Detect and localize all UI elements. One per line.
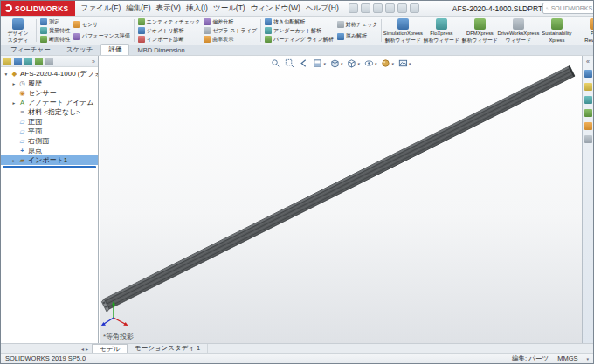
- print-icon[interactable]: [385, 3, 395, 13]
- custom-properties-icon[interactable]: [584, 135, 592, 143]
- previous-view-button[interactable]: [299, 58, 308, 68]
- ribbon-button-parting-line-analysis[interactable]: パーティング ライン解析: [263, 35, 335, 44]
- dropdown-icon[interactable]: ▾: [357, 61, 360, 66]
- feature-manager-icon[interactable]: [3, 58, 11, 65]
- ribbon-button-driveworksxpress[interactable]: DriveWorksXpress ウィザード: [499, 17, 537, 44]
- rollback-bar[interactable]: [3, 166, 96, 168]
- menu-window[interactable]: ウィンドウ(W): [248, 2, 303, 16]
- ribbon-button-simulationxpress[interactable]: SimulationXpress 解析ウィザード: [383, 17, 422, 44]
- ribbon-button-symmetry-check[interactable]: 対称チェック: [335, 20, 380, 29]
- model-aluminum-extrusion[interactable]: [100, 56, 582, 343]
- open-document-icon[interactable]: [361, 3, 370, 13]
- tree-expand-icon[interactable]: ▸: [11, 158, 17, 163]
- display-manager-icon[interactable]: [45, 58, 53, 65]
- ribbon-button-part-reviewer[interactable]: Part Reviewer: [576, 17, 593, 44]
- dfmxpress-icon: [474, 18, 486, 30]
- button-label: ゼブラ ストライプ: [212, 27, 257, 35]
- help-search-input[interactable]: SOLIDWORKS ヘルプ検索 ▾: [542, 3, 594, 14]
- dimxpert-manager-icon[interactable]: [35, 58, 43, 65]
- tree-collapse-icon[interactable]: ▾: [3, 72, 9, 77]
- apply-scene-button[interactable]: ▾: [398, 58, 411, 68]
- ribbon-button-performance-evaluation[interactable]: パフォーマンス評価: [72, 32, 132, 41]
- ribbon-button-thickness-analysis[interactable]: 厚み解析: [335, 32, 380, 41]
- tab-scroll-right-icon[interactable]: ▸: [86, 346, 88, 352]
- tab-model[interactable]: モデル: [92, 344, 128, 353]
- menu-help[interactable]: ヘルプ(H): [303, 2, 342, 16]
- ribbon-button-zebra-stripes[interactable]: ゼブラ ストライプ: [202, 26, 259, 35]
- zoom-fit-button[interactable]: [271, 58, 280, 68]
- ribbon-button-design-study[interactable]: デザイン スタディ: [2, 17, 34, 44]
- ribbon-button-import-diagnostics[interactable]: インポート診断: [136, 35, 202, 44]
- ribbon-button-undercut-analysis[interactable]: アンダーカット解析: [263, 26, 335, 35]
- menu-file[interactable]: ファイル(F): [79, 2, 124, 16]
- tree-item-sensors[interactable]: ◉ センサー: [1, 88, 98, 98]
- dropdown-icon[interactable]: ▾: [409, 61, 411, 66]
- ribbon-button-sensor[interactable]: センサー: [72, 20, 132, 29]
- ribbon-button-deviation-analysis[interactable]: 偏差分析: [202, 17, 259, 26]
- tab-features[interactable]: フィーチャー: [3, 44, 59, 55]
- view-palette-icon[interactable]: [584, 109, 592, 117]
- tree-item-annotations[interactable]: ▸ A アノテート アイテム: [1, 98, 98, 107]
- ribbon-button-mass-properties[interactable]: 質量特性: [38, 26, 72, 35]
- dropdown-icon[interactable]: ▾: [340, 61, 342, 66]
- panel-overflow-icon[interactable]: »: [92, 58, 95, 65]
- graphics-area[interactable]: ▾ ▾ ▾ ▾ ▾ ▾ *等角投影: [100, 56, 582, 343]
- tree-item-history[interactable]: ▸ ◷ 履歴: [1, 79, 98, 88]
- menu-view[interactable]: 表示(V): [154, 2, 183, 16]
- file-explorer-icon[interactable]: [584, 96, 592, 104]
- save-icon[interactable]: [373, 3, 383, 13]
- ribbon-button-floxpress[interactable]: FloXpress 解析ウィザード: [422, 17, 460, 44]
- design-library-icon[interactable]: [584, 83, 592, 91]
- front-plane-icon: ▱: [18, 119, 26, 126]
- menu-insert[interactable]: 挿入(I): [183, 2, 211, 16]
- tab-mbd-dimension[interactable]: MBD Dimension: [129, 45, 192, 55]
- tree-item-top-plane[interactable]: ▱ 平面: [1, 127, 98, 136]
- tree-item-label: 材料 <指定なし>: [28, 107, 80, 117]
- ribbon-button-geometry-analysis[interactable]: ジオメトリ解析: [136, 26, 202, 35]
- tab-sketch[interactable]: スケッチ: [59, 44, 101, 55]
- new-document-icon[interactable]: [349, 3, 358, 13]
- ribbon-button-draft-analysis[interactable]: 抜き勾配解析: [263, 17, 335, 26]
- display-style-button[interactable]: ▾: [347, 58, 360, 68]
- tree-item-right-plane[interactable]: ▱ 右側面: [1, 136, 98, 146]
- appearances-scenes-icon[interactable]: [584, 122, 592, 130]
- button-label: スタディ: [8, 38, 29, 44]
- feature-tree-root[interactable]: ▾ ◆ AFS-2020-4-1000 (デフォルト<<デフォルト>_表示状態 …: [1, 69, 98, 79]
- edit-appearance-button[interactable]: ▾: [381, 58, 394, 68]
- dropdown-icon[interactable]: ▾: [391, 61, 394, 66]
- tree-item-origin[interactable]: + 原点: [1, 146, 98, 155]
- status-units[interactable]: MMGS: [557, 354, 577, 362]
- hide-show-items-button[interactable]: ▾: [364, 58, 377, 68]
- task-pane-collapse-icon[interactable]: «: [586, 58, 590, 65]
- dropdown-icon[interactable]: ▾: [323, 61, 326, 66]
- configuration-manager-icon[interactable]: [24, 58, 32, 65]
- tree-expand-icon[interactable]: ▸: [11, 100, 17, 106]
- ribbon-button-curvature[interactable]: 曲率表示: [202, 35, 259, 44]
- tree-item-label: 原点: [28, 146, 42, 155]
- tree-item-material[interactable]: ≡ 材料 <指定なし>: [1, 107, 98, 117]
- tree-expand-icon[interactable]: ▸: [11, 81, 17, 86]
- ribbon-button-section-properties[interactable]: 断面特性: [38, 35, 72, 44]
- undo-icon[interactable]: [397, 3, 407, 13]
- section-view-icon: [313, 58, 322, 68]
- dropdown-icon[interactable]: ▾: [375, 61, 377, 66]
- ribbon-divider: [260, 19, 261, 42]
- solidworks-resources-icon[interactable]: [584, 70, 592, 78]
- menu-edit[interactable]: 編集(E): [123, 2, 153, 16]
- tab-motion-study[interactable]: モーションスタディ 1: [128, 344, 208, 353]
- ribbon-button-check-entity[interactable]: エンティティチェック: [136, 17, 202, 26]
- tree-item-front-plane[interactable]: ▱ 正面: [1, 117, 98, 127]
- zoom-area-button[interactable]: [285, 58, 294, 68]
- units-dropdown-icon[interactable]: ▾: [586, 356, 589, 361]
- ribbon-button-sustainabilityxpress[interactable]: Sustainability Xpress: [537, 17, 576, 44]
- options-icon[interactable]: [410, 3, 419, 13]
- tab-evaluate[interactable]: 評価: [100, 44, 129, 55]
- tab-scroll-left-icon[interactable]: ◂: [81, 346, 84, 352]
- ribbon-button-dfmxpress[interactable]: DFMXpress 解析ウィザード: [460, 17, 499, 44]
- tree-item-imported1[interactable]: ▸ ▰ インポート1: [1, 155, 98, 165]
- ribbon-button-measure[interactable]: 測定: [38, 17, 72, 26]
- property-manager-icon[interactable]: [14, 58, 22, 65]
- view-orientation-button[interactable]: ▾: [329, 58, 342, 68]
- menu-tools[interactable]: ツール(T): [211, 2, 248, 16]
- section-view-button[interactable]: ▾: [313, 58, 326, 68]
